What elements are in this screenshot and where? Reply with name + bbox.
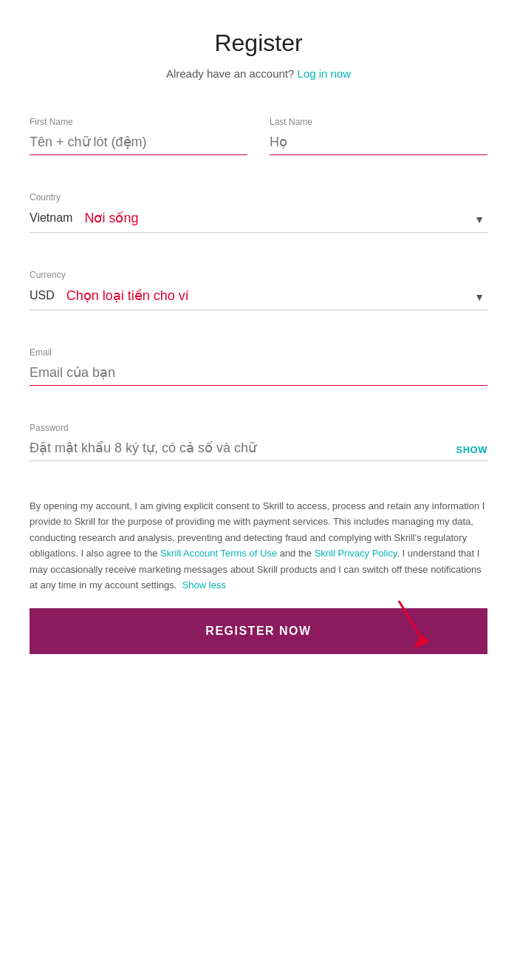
first-name-input[interactable] xyxy=(30,132,247,155)
last-name-input[interactable] xyxy=(270,132,487,155)
form-section: First Name Last Name Country Vietnam Nơi… xyxy=(30,117,487,461)
last-name-group: Last Name xyxy=(270,117,487,155)
privacy-link[interactable]: Skrill Privacy Policy xyxy=(315,548,397,559)
name-row: First Name Last Name xyxy=(30,117,487,155)
email-label: Email xyxy=(30,347,487,358)
login-link[interactable]: Log in now xyxy=(298,67,352,80)
password-wrapper: SHOW xyxy=(30,438,487,461)
currency-row: Currency USD Chọn loại tiền cho ví ▼ xyxy=(30,270,487,310)
country-select[interactable]: Vietnam Nơi sống ▼ xyxy=(30,207,487,233)
page-title: Register xyxy=(30,30,487,57)
country-hint: Nơi sống xyxy=(84,210,138,226)
svg-marker-1 xyxy=(414,634,430,649)
currency-select-left: USD Chọn loại tiền cho ví xyxy=(30,287,189,304)
show-password-button[interactable]: SHOW xyxy=(456,443,487,455)
consent-text: By opening my account, I am giving expli… xyxy=(30,498,487,593)
password-row: Password SHOW xyxy=(30,423,487,461)
country-row: Country Vietnam Nơi sống ▼ xyxy=(30,192,487,233)
currency-label: Currency xyxy=(30,270,487,280)
last-name-label: Last Name xyxy=(270,117,487,127)
show-less-link[interactable]: Show less xyxy=(182,579,226,591)
consent-and-text: and the xyxy=(277,548,315,559)
first-name-group: First Name xyxy=(30,117,247,155)
country-group: Country Vietnam Nơi sống ▼ xyxy=(30,192,487,233)
email-input[interactable] xyxy=(30,365,487,381)
country-value: Vietnam xyxy=(30,211,72,225)
currency-value: USD xyxy=(30,289,55,302)
password-group: Password SHOW xyxy=(30,423,487,461)
login-prompt: Already have an account? Log in now xyxy=(30,67,487,80)
login-prompt-text: Already have an account? xyxy=(166,67,294,80)
email-row: Email xyxy=(30,347,487,386)
arrow-annotation-icon xyxy=(384,593,443,653)
currency-hint: Chọn loại tiền cho ví xyxy=(66,287,189,304)
first-name-label: First Name xyxy=(30,117,247,127)
password-input[interactable] xyxy=(30,440,458,456)
terms-link[interactable]: Skrill Account Terms of Use xyxy=(160,548,277,559)
svg-line-0 xyxy=(399,601,421,638)
email-group: Email xyxy=(30,347,487,386)
currency-group: Currency USD Chọn loại tiền cho ví ▼ xyxy=(30,270,487,310)
email-field-wrapper xyxy=(30,362,487,386)
password-label: Password xyxy=(30,423,487,433)
currency-dropdown-icon: ▼ xyxy=(474,291,485,303)
country-select-left: Vietnam Nơi sống xyxy=(30,210,138,226)
country-dropdown-icon: ▼ xyxy=(474,214,485,225)
consent-section: By opening my account, I am giving expli… xyxy=(30,498,487,593)
currency-select[interactable]: USD Chọn loại tiền cho ví ▼ xyxy=(30,285,487,310)
header-section: Register Already have an account? Log in… xyxy=(30,0,487,95)
country-label: Country xyxy=(30,192,487,203)
